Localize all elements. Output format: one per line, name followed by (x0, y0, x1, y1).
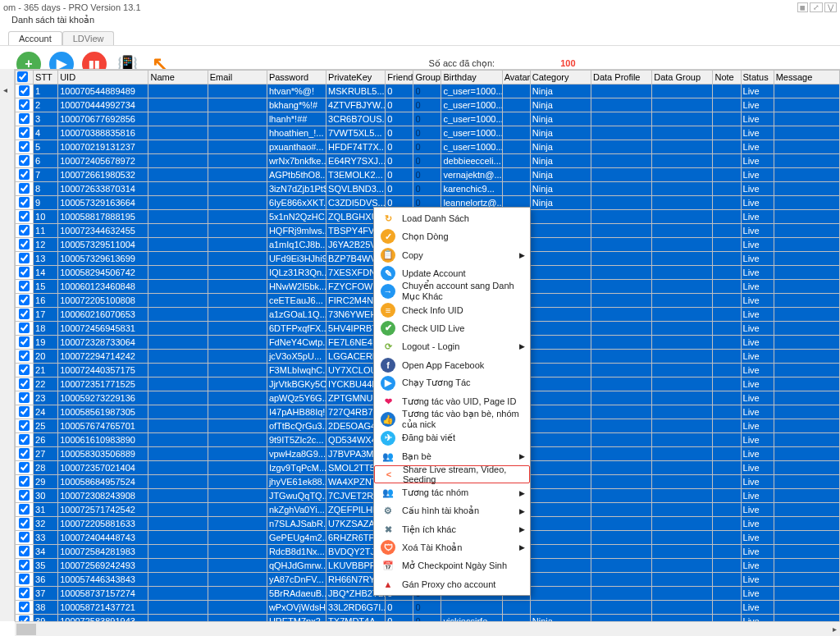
col-header[interactable]: Note (713, 71, 741, 85)
menu-item[interactable]: ▶Chạy Tương Tác (374, 374, 530, 392)
menu-item[interactable]: ▲Gán Proxy cho account (374, 575, 530, 593)
menu-icon: ▶ (381, 376, 395, 391)
col-header[interactable]: UID (58, 71, 148, 85)
row-checkbox[interactable] (19, 336, 30, 347)
col-header[interactable]: Message (774, 71, 839, 85)
menu-item[interactable]: <Share Live stream, Video, Seeding (374, 465, 530, 483)
table-row[interactable]: 7100072661980532AGPtb5thO8...T3EMOLK2...… (16, 168, 840, 182)
row-checkbox[interactable] (19, 323, 30, 333)
row-checkbox[interactable] (19, 406, 30, 417)
menu-label: Load Danh Sách (402, 213, 469, 223)
window-grid-icon[interactable]: ▦ (797, 2, 808, 12)
row-checkbox[interactable] (19, 239, 30, 249)
menu-item[interactable]: 👍Tương tác vào bạn bè, nhóm của nick (374, 410, 530, 428)
menu-item[interactable]: 👥Bạn bè▶ (374, 447, 530, 465)
row-checkbox[interactable] (19, 462, 30, 473)
col-header[interactable]: Status (741, 71, 774, 85)
row-checkbox[interactable] (19, 141, 30, 152)
col-header[interactable]: Category (530, 71, 591, 85)
context-menu[interactable]: ↻Load Danh Sách✓Chọn Dòng📋Copy▶✎Update A… (373, 207, 531, 596)
window-more-icon[interactable]: ⋁ (824, 2, 837, 12)
menu-item[interactable]: 📋Copy▶ (374, 246, 530, 264)
table-row[interactable]: 5100070219131237pxuanthao#...HFDF74T7X..… (16, 140, 840, 154)
menu-item[interactable]: ⚙Cấu hình tài khoản▶ (374, 502, 530, 520)
row-checkbox[interactable] (19, 434, 30, 445)
menu-item[interactable]: fOpen App Facebook (374, 355, 530, 373)
menu-item[interactable]: ❤Tương tác vào UID, Page ID (374, 392, 530, 410)
menu-item[interactable]: 📅Mở Checkpoint Ngày Sinh (374, 557, 530, 575)
window-expand-icon[interactable]: ⤢ (810, 2, 823, 12)
menu-item[interactable]: 👥Tương tác nhóm▶ (374, 483, 530, 501)
table-row[interactable]: 2100070444992734bkhang*%!#4ZTVFBJYW...00… (16, 98, 840, 112)
row-checkbox[interactable] (19, 127, 30, 138)
row-checkbox[interactable] (19, 392, 30, 403)
table-row[interactable]: 3100070677692856lhanh*!##3CR6B7OUS...00c… (16, 112, 840, 126)
row-checkbox[interactable] (19, 253, 30, 263)
col-header[interactable]: Group (413, 71, 441, 85)
col-header[interactable]: Friend (386, 71, 413, 85)
row-checkbox[interactable] (19, 560, 30, 570)
col-header[interactable]: Data Profile (591, 71, 652, 85)
tab-account[interactable]: Account (8, 31, 62, 45)
row-checkbox[interactable] (19, 211, 30, 222)
row-checkbox[interactable] (19, 588, 30, 598)
col-header[interactable]: Avatar (502, 71, 530, 85)
menu-item[interactable]: 🛡Xoá Tài Khoản▶ (374, 538, 530, 556)
row-checkbox[interactable] (19, 309, 30, 319)
row-checkbox[interactable] (19, 267, 30, 277)
row-checkbox[interactable] (19, 615, 30, 622)
select-all-checkbox[interactable] (17, 71, 28, 82)
col-header[interactable]: PrivateKey (326, 71, 386, 85)
row-checkbox[interactable] (19, 350, 30, 361)
col-header[interactable]: Email (208, 71, 267, 85)
col-header[interactable]: Name (148, 71, 208, 85)
menu-item[interactable]: ↻Load Danh Sách (374, 209, 530, 227)
menu-item[interactable]: →Chuyển account sang Danh Mục Khác (374, 282, 530, 300)
col-header[interactable]: Data Group (652, 71, 713, 85)
row-checkbox[interactable] (19, 155, 30, 166)
row-checkbox[interactable] (19, 448, 30, 459)
row-checkbox[interactable] (19, 197, 30, 208)
tab-ldview[interactable]: LDView (62, 31, 115, 45)
menu-item[interactable]: ✎Update Account (374, 264, 530, 282)
menu-item[interactable]: ✈Đăng bài viết (374, 429, 530, 447)
row-checkbox[interactable] (19, 490, 30, 501)
row-checkbox[interactable] (19, 364, 30, 375)
row-checkbox[interactable] (19, 99, 30, 110)
row-checkbox[interactable] (19, 225, 30, 236)
menu-item[interactable]: ⟳Logout - Login▶ (374, 337, 530, 355)
row-checkbox[interactable] (19, 85, 30, 96)
row-checkbox[interactable] (19, 518, 30, 528)
row-checkbox[interactable] (19, 532, 30, 542)
table-row[interactable]: 38100058721437721wPxOVjWdsH...33L2RD6G7I… (16, 601, 840, 615)
table-row[interactable]: 1100070544889489htvan*%@!MSKRUBL5...00c_… (16, 85, 840, 98)
row-checkbox[interactable] (19, 113, 30, 124)
row-checkbox[interactable] (19, 378, 30, 389)
table-row[interactable]: 81000726338703143izN7dZjb1Pt$SQVLBND3...… (16, 182, 840, 196)
menu-item[interactable]: ≡Check Info UID (374, 300, 530, 318)
menu-item[interactable]: ✔Check UID Live (374, 319, 530, 337)
horizontal-scrollbar[interactable]: ◂ ▸ (15, 621, 840, 636)
row-checkbox[interactable] (19, 420, 30, 431)
row-checkbox[interactable] (19, 476, 30, 487)
menu-item[interactable]: ✖Tiện ích khác▶ (374, 520, 530, 538)
row-checkbox[interactable] (19, 295, 30, 305)
row-checkbox[interactable] (19, 504, 30, 515)
table-row[interactable]: 4100070388835816hhoathien_!...7VWT5XL5..… (16, 126, 840, 140)
col-header[interactable]: Password (267, 71, 326, 85)
col-header[interactable]: Birthday (441, 71, 502, 85)
row-checkbox[interactable] (19, 602, 30, 612)
window-controls[interactable]: ▦ ⤢ ⋁ (797, 2, 837, 12)
table-row[interactable]: 6100072405678972wrNx7bnkfke...E64RY7SXJ.… (16, 154, 840, 168)
row-checkbox[interactable] (19, 169, 30, 180)
row-checkbox[interactable] (19, 574, 30, 584)
col-header[interactable]: STT (34, 71, 58, 85)
menu-icon: ⟳ (381, 339, 395, 354)
row-gutter (0, 69, 15, 621)
row-checkbox[interactable] (19, 546, 30, 556)
table-row[interactable]: 39100072583891943HRETM7px2...TX7MDT4A...… (16, 615, 840, 622)
row-checkbox[interactable] (19, 281, 30, 291)
menu-item[interactable]: ✓Chọn Dòng (374, 227, 530, 245)
row-checkbox[interactable] (19, 183, 30, 194)
col-header[interactable] (16, 71, 34, 85)
